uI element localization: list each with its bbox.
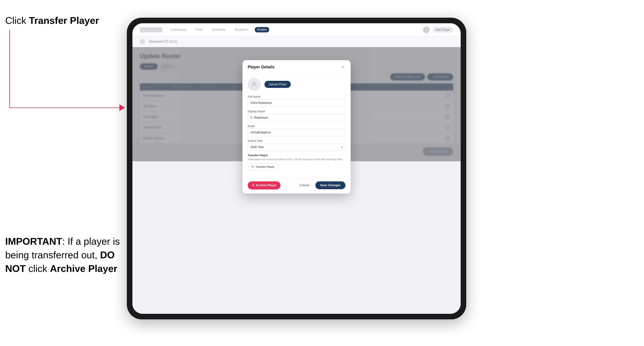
photo-placeholder [248,78,261,91]
instruction-prefix: Click [5,15,29,26]
school-year-select[interactable]: First Year Second Year Third Year Fourth… [248,143,346,151]
email-label: Email [248,124,346,128]
svg-point-0 [253,82,255,84]
modal-title: Player Details [248,65,274,69]
school-year-group: School Year First Year Second Year Third… [248,139,346,151]
nav-name-pill: Add Player [433,27,453,33]
modal-overlay: Player Details × [132,47,461,161]
full-name-input[interactable] [248,99,346,107]
transfer-section: Transfer Player If this player has moved… [248,154,346,171]
instruction-bottom: IMPORTANT: If a player is being transfer… [5,235,120,275]
nav-item-feed[interactable]: Feed [193,27,205,32]
nav-item-schedule[interactable]: Schedule [210,27,228,32]
navbar: Clubhouse Feed Schedule Analytics Roster… [132,23,461,36]
transfer-section-title: Transfer Player [248,154,346,157]
display-name-input[interactable] [248,114,346,121]
instruction-top: Click Transfer Player [5,15,99,26]
archive-player-label: Archive Player [256,184,276,187]
archive-player-button[interactable]: ⬇ Archive Player [248,181,280,189]
email-input[interactable] [248,129,346,136]
tablet-screen: Clubhouse Feed Schedule Analytics Roster… [132,23,461,314]
school-year-label: School Year [248,139,346,142]
content-area: Update Roster Roster Archive Add to anot… [132,47,461,161]
full-name-label: Full Name [248,95,346,98]
modal-close-button[interactable]: × [340,64,346,70]
display-name-group: Display Name [248,110,346,121]
display-name-label: Display Name [248,110,346,113]
modal-body: Upload Photo Full Name Display Name [242,73,351,178]
save-changes-button[interactable]: Save Changes [316,181,346,189]
sub-header-text: Elmwood CC (111) [149,40,177,44]
app-background: Clubhouse Feed Schedule Analytics Roster… [132,23,461,314]
important-label: IMPORTANT [5,236,62,247]
archive-icon: ⬇ [252,184,254,187]
transfer-player-button[interactable]: ↻ Transfer Player [248,163,278,171]
player-details-modal: Player Details × [242,60,351,193]
nav-avatar [423,26,430,33]
full-name-group: Full Name [248,95,346,107]
archive-label-instruction: Archive Player [50,263,117,274]
photo-upload-row: Upload Photo [248,78,346,91]
modal-footer: ⬇ Archive Player Cancel Save Changes [242,178,351,193]
nav-items: Clubhouse Feed Schedule Analytics Roster [168,27,418,32]
footer-right-buttons: Cancel Save Changes [296,181,346,189]
sub-header: Elmwood CC (111) [132,36,461,47]
cancel-button[interactable]: Cancel [296,182,312,189]
modal-header: Player Details × [242,60,351,73]
nav-logo [140,27,162,32]
arrow-annotation [9,30,121,108]
school-year-select-wrapper: First Year Second Year Third Year Fourth… [248,143,346,151]
tablet-device: Clubhouse Feed Schedule Analytics Roster… [127,18,466,319]
email-group: Email [248,124,346,136]
arrow-head [119,104,125,111]
transfer-section-desc: If this player has moved to another scho… [248,158,346,161]
user-icon [251,81,258,88]
upload-photo-button[interactable]: Upload Photo [264,81,291,88]
instruction-highlight: Transfer Player [29,15,99,26]
nav-right: Add Player [423,26,453,33]
nav-item-analytics[interactable]: Analytics [232,27,250,32]
nav-item-roster[interactable]: Roster [255,27,269,32]
arrow-vertical [9,30,10,108]
nav-item-clubhouse[interactable]: Clubhouse [168,27,188,32]
arrow-horizontal [9,107,121,108]
refresh-icon: ↻ [252,165,254,169]
sub-header-icon [140,39,145,44]
transfer-player-button-label: Transfer Player [256,165,274,168]
